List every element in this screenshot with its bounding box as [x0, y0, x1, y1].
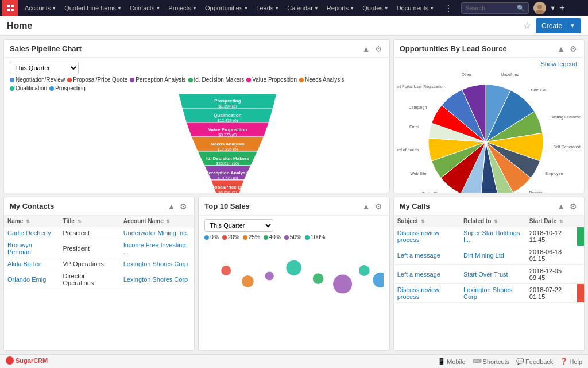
sales-pipeline-controls: ▲ ⚙: [361, 44, 384, 53]
contact-name[interactable]: Carlie Docherty: [4, 227, 60, 239]
settings-button[interactable]: ⚙: [374, 44, 384, 53]
nav-item-accounts[interactable]: Accounts▼: [21, 0, 60, 16]
contact-name[interactable]: Orlando Emig: [4, 270, 60, 289]
table-row: Discuss review process Lexington Shores …: [394, 284, 584, 303]
call-date: 2018-06-18 01:15: [526, 246, 577, 265]
feedback-link[interactable]: 💬 Feedback: [516, 358, 553, 365]
top10-chart: [204, 243, 383, 317]
table-row: Alida Bartee VP Operations Lexington Sho…: [4, 258, 194, 270]
nav-arrow: ▼: [384, 6, 389, 11]
col-name[interactable]: Name ⇅: [4, 216, 60, 227]
nav-item-projects[interactable]: Projects▼: [164, 0, 201, 16]
bottom-links: 📱 Mobile ⌨ Shortcuts 💬 Feedback ❓ Help: [438, 358, 582, 365]
svg-text:Word of mouth: Word of mouth: [397, 148, 419, 152]
contact-account[interactable]: Lexington Shores Corp: [120, 258, 195, 270]
settings-button[interactable]: ⚙: [374, 202, 384, 211]
col-subject[interactable]: Subject ⇅: [394, 216, 460, 227]
favorite-star-icon[interactable]: ☆: [523, 20, 531, 31]
shortcuts-icon: ⌨: [473, 358, 482, 365]
mobile-link[interactable]: 📱 Mobile: [438, 358, 465, 365]
nav-item-reports[interactable]: Reports▼: [323, 0, 358, 16]
svg-point-45: [242, 275, 254, 288]
create-dropdown-arrow[interactable]: ▼: [566, 22, 575, 29]
call-date: 2018-07-22 01:15: [526, 284, 577, 303]
nav-item-documents[interactable]: Documents▼: [393, 0, 439, 16]
contact-name[interactable]: Alida Bartee: [4, 258, 60, 270]
svg-text:Other: Other: [462, 72, 472, 76]
table-row: Discuss review process Super Star Holdin…: [394, 227, 584, 246]
call-related[interactable]: Super Star Holdings I...: [460, 227, 526, 246]
help-icon: ❓: [560, 358, 568, 365]
pipeline-legend: Negotiation/ReviewProposal/Price QuotePe…: [10, 76, 384, 91]
top10-quarter-select[interactable]: This Quarter: [204, 219, 273, 232]
col-date[interactable]: Start Date ⇅: [526, 216, 577, 227]
user-menu-arrow[interactable]: ▼: [550, 5, 556, 12]
main-content: Sales Pipeline Chart ▲ ⚙ This Quarter Ne…: [0, 36, 588, 354]
plus-icon[interactable]: +: [559, 3, 564, 13]
contact-account[interactable]: Underwater Mining Inc.: [120, 227, 195, 239]
call-related[interactable]: Lexington Shores Corp: [460, 284, 526, 303]
contact-account[interactable]: Lexington Shores Corp: [120, 270, 195, 289]
call-subject[interactable]: Left a message: [394, 246, 460, 265]
nav-item-opportunities[interactable]: Opportunities▼: [201, 0, 252, 16]
svg-rect-3: [11, 9, 14, 12]
create-button[interactable]: Create ▼: [536, 18, 581, 33]
svg-text:Campaign: Campaign: [409, 105, 427, 110]
table-row: Carlie Docherty President Underwater Min…: [4, 227, 194, 239]
search-box: 🔍: [461, 2, 529, 14]
opportunities-header: Opportunities By Lead Source ▲ ⚙: [394, 40, 584, 58]
nav-item-quoted[interactable]: Quoted Line Items▼: [60, 0, 126, 16]
legend-item: Negotiation/Review: [10, 76, 65, 83]
search-icon[interactable]: 🔍: [517, 5, 525, 12]
collapse-button[interactable]: ▲: [361, 44, 372, 53]
settings-button[interactable]: ⚙: [179, 202, 188, 211]
my-contacts-panel: My Contacts ▲ ⚙ Name ⇅ Title ⇅ Account N…: [3, 197, 195, 351]
svg-point-49: [333, 275, 352, 294]
svg-text:Qualification: Qualification: [214, 113, 242, 118]
settings-button[interactable]: ⚙: [568, 202, 578, 211]
table-row: Bronwyn Penman President Income Free Inv…: [4, 239, 194, 258]
svg-point-48: [313, 273, 324, 284]
contact-title: VP Operations: [60, 258, 120, 270]
nav-arrow: ▼: [52, 6, 56, 11]
svg-text:$17,336 (5): $17,336 (5): [217, 147, 238, 152]
svg-text:Web Site: Web Site: [411, 171, 427, 175]
collapse-button[interactable]: ▲: [556, 44, 566, 53]
call-subject[interactable]: Discuss review process: [394, 284, 460, 303]
avatar[interactable]: [533, 2, 546, 14]
svg-text:Email: Email: [409, 125, 420, 129]
top10-legend-item: 20%: [222, 234, 239, 240]
legend-item: Value Proposition: [246, 76, 297, 83]
collapse-button[interactable]: ▲: [556, 202, 566, 211]
funnel-labels: [10, 94, 79, 193]
call-related[interactable]: Start Over Trust: [460, 265, 526, 284]
help-link[interactable]: ❓ Help: [560, 358, 582, 365]
my-calls-panel: My Calls ▲ ⚙ Subject ⇅ Related to ⇅ Star…: [393, 197, 585, 351]
quarter-select[interactable]: This Quarter: [10, 62, 79, 74]
nav-item-contacts[interactable]: Contacts▼: [126, 0, 164, 16]
col-account[interactable]: Account Name ⇅: [120, 216, 195, 227]
nav-arrow: ▼: [274, 6, 279, 11]
call-subject[interactable]: Discuss review process: [394, 227, 460, 246]
nav-arrow: ▼: [192, 6, 197, 11]
contact-name[interactable]: Bronwyn Penman: [4, 239, 60, 258]
shortcuts-link[interactable]: ⌨ Shortcuts: [473, 358, 509, 365]
col-related[interactable]: Related to ⇅: [460, 216, 526, 227]
settings-button[interactable]: ⚙: [568, 44, 578, 53]
search-input[interactable]: [465, 5, 517, 12]
nav-item-quotes[interactable]: Quotes▼: [358, 0, 392, 16]
more-icon[interactable]: ⋮: [440, 3, 457, 14]
collapse-button[interactable]: ▲: [166, 202, 176, 211]
call-subject[interactable]: Left a message: [394, 265, 460, 284]
show-legend-link[interactable]: Show legend: [396, 60, 582, 67]
svg-text:Perception Analysis: Perception Analysis: [206, 170, 250, 175]
app-logo[interactable]: [2, 0, 18, 16]
contact-account[interactable]: Income Free Investing ...: [120, 239, 195, 258]
nav-item-leads[interactable]: Leads▼: [252, 0, 283, 16]
collapse-button[interactable]: ▲: [361, 202, 372, 211]
contact-title: President: [60, 239, 120, 258]
col-title[interactable]: Title ⇅: [60, 216, 120, 227]
nav-item-calendar[interactable]: Calendar▼: [283, 0, 323, 16]
call-related[interactable]: Dirt Mining Ltd: [460, 246, 526, 265]
svg-text:Proposal/Price Quote: Proposal/Price Quote: [204, 185, 252, 190]
